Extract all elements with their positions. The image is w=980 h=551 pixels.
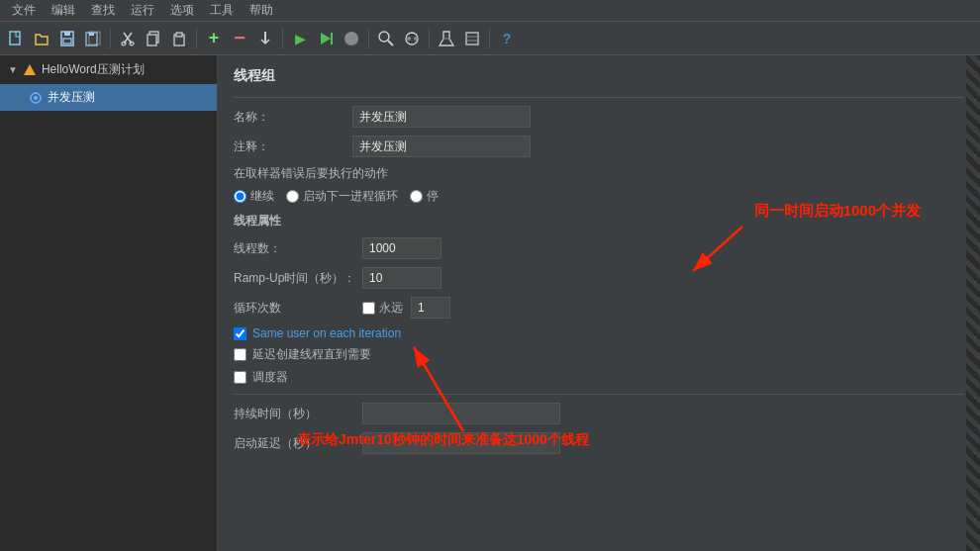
- plan-icon: [22, 62, 38, 78]
- svg-rect-0: [10, 32, 20, 45]
- remove-element-btn[interactable]: −: [228, 27, 251, 50]
- start-delay-label: 启动延迟（秒）: [234, 435, 362, 452]
- ramp-up-input[interactable]: [362, 267, 441, 289]
- svg-rect-17: [331, 33, 333, 45]
- menu-options[interactable]: 选项: [162, 0, 202, 21]
- svg-point-18: [344, 32, 358, 46]
- scheduler-label: 调度器: [252, 369, 288, 386]
- svg-rect-3: [63, 39, 71, 44]
- svg-rect-31: [35, 92, 37, 94]
- thread-count-input[interactable]: [362, 237, 441, 259]
- loop-count-input[interactable]: [411, 297, 450, 319]
- same-user-checkbox[interactable]: [234, 327, 246, 340]
- toggle-btn[interactable]: [253, 27, 277, 50]
- svg-rect-14: [176, 33, 182, 37]
- radio-continue-input[interactable]: [234, 190, 246, 203]
- section-title: 线程组: [234, 67, 964, 85]
- menubar: 文件 编辑 查找 运行 选项 工具 帮助: [0, 0, 980, 22]
- new-file-btn[interactable]: [4, 27, 28, 50]
- svg-rect-2: [64, 32, 70, 36]
- stop-btn[interactable]: [340, 27, 363, 50]
- toolbar: + − ▶ ?: [0, 22, 980, 55]
- radio-stop-label: 停: [427, 188, 439, 205]
- main-layout: ▼ HelloWord压测计划 并发压测 线程组 名称：: [0, 55, 980, 551]
- radio-stop-input[interactable]: [410, 190, 423, 203]
- comment-label: 注释：: [234, 138, 352, 155]
- loop-count-label: 循环次数: [234, 300, 362, 317]
- menu-run[interactable]: 运行: [123, 0, 162, 21]
- sep1: [110, 29, 111, 48]
- help-btn[interactable]: ?: [495, 27, 519, 50]
- scheduler-row: 调度器: [234, 369, 964, 386]
- menu-find[interactable]: 查找: [83, 0, 123, 21]
- menu-help[interactable]: 帮助: [242, 0, 281, 21]
- same-user-row: Same user on each iteration: [234, 326, 964, 340]
- forever-label: 永远: [379, 300, 403, 317]
- radio-next[interactable]: 启动下一进程循环: [286, 188, 398, 205]
- radio-continue[interactable]: 继续: [234, 188, 274, 205]
- name-input[interactable]: [352, 106, 531, 128]
- name-row: 名称：: [234, 106, 964, 128]
- sep4: [368, 29, 369, 48]
- svg-rect-12: [147, 35, 156, 46]
- action-label: 在取样器错误后要执行的动作: [234, 165, 964, 182]
- start-delay-input[interactable]: [362, 432, 560, 454]
- svg-point-22: [407, 37, 411, 41]
- svg-line-20: [388, 41, 393, 46]
- radio-next-label: 启动下一进程循环: [303, 188, 398, 205]
- tree-plan-item[interactable]: ▼ HelloWord压测计划: [0, 55, 217, 84]
- svg-point-23: [414, 37, 418, 41]
- start-delay-row: 启动延迟（秒）: [234, 432, 964, 454]
- monitor-btn[interactable]: [400, 27, 424, 50]
- sep5: [429, 29, 430, 48]
- tree-plan-label: HelloWord压测计划: [42, 61, 145, 78]
- sep6: [489, 29, 490, 48]
- tree-thread-group-label: 并发压测: [48, 89, 95, 106]
- menu-edit[interactable]: 编辑: [44, 0, 83, 21]
- svg-marker-16: [321, 33, 331, 45]
- thread-props-label: 线程属性: [234, 213, 964, 230]
- name-label: 名称：: [234, 109, 352, 126]
- delay-create-checkbox[interactable]: [234, 348, 246, 361]
- comment-input[interactable]: [352, 136, 531, 157]
- same-user-label: Same user on each iteration: [252, 326, 401, 340]
- add-element-btn[interactable]: +: [202, 27, 226, 50]
- forever-checkbox[interactable]: [362, 302, 375, 315]
- thread-count-row: 线程数：: [234, 237, 964, 259]
- duration-input[interactable]: [362, 403, 560, 424]
- cut-btn[interactable]: [116, 27, 140, 50]
- delay-create-label: 延迟创建线程直到需要: [252, 346, 371, 363]
- svg-rect-25: [466, 33, 478, 45]
- run-no-pause-btn[interactable]: [314, 27, 338, 50]
- tree-thread-group-item[interactable]: 并发压测: [0, 84, 217, 111]
- scheduler-checkbox[interactable]: [234, 371, 246, 384]
- paste-btn[interactable]: [167, 27, 191, 50]
- svg-marker-28: [24, 64, 36, 75]
- bottom-divider: [234, 394, 964, 395]
- menu-tools[interactable]: 工具: [202, 0, 242, 21]
- tree-expand-arrow: ▼: [8, 64, 18, 75]
- menu-file[interactable]: 文件: [4, 0, 44, 21]
- loop-count-row: 循环次数 永远: [234, 297, 964, 319]
- run-btn[interactable]: ▶: [288, 27, 312, 50]
- svg-rect-33: [30, 97, 32, 99]
- right-edge-decoration: [966, 55, 980, 551]
- forever-checkbox-label[interactable]: 永远: [362, 300, 403, 317]
- right-panel: 线程组 名称： 注释： 在取样器错误后要执行的动作 继续 启动下一进程循环: [218, 55, 980, 551]
- list-btn[interactable]: [460, 27, 484, 50]
- flask-btn[interactable]: [435, 27, 458, 50]
- duration-label: 持续时间（秒）: [234, 406, 362, 422]
- radio-next-input[interactable]: [286, 190, 299, 203]
- search-btn[interactable]: [374, 27, 398, 50]
- open-file-btn[interactable]: [30, 27, 53, 50]
- radio-continue-label: 继续: [250, 188, 274, 205]
- copy-btn[interactable]: [142, 27, 165, 50]
- thread-count-label: 线程数：: [234, 240, 362, 257]
- svg-rect-32: [35, 102, 37, 104]
- sep3: [282, 29, 283, 48]
- save-btn[interactable]: [55, 27, 79, 50]
- save-all-btn[interactable]: [81, 27, 105, 50]
- radio-stop[interactable]: 停: [410, 188, 439, 205]
- duration-row: 持续时间（秒）: [234, 403, 964, 424]
- comment-row: 注释：: [234, 136, 964, 157]
